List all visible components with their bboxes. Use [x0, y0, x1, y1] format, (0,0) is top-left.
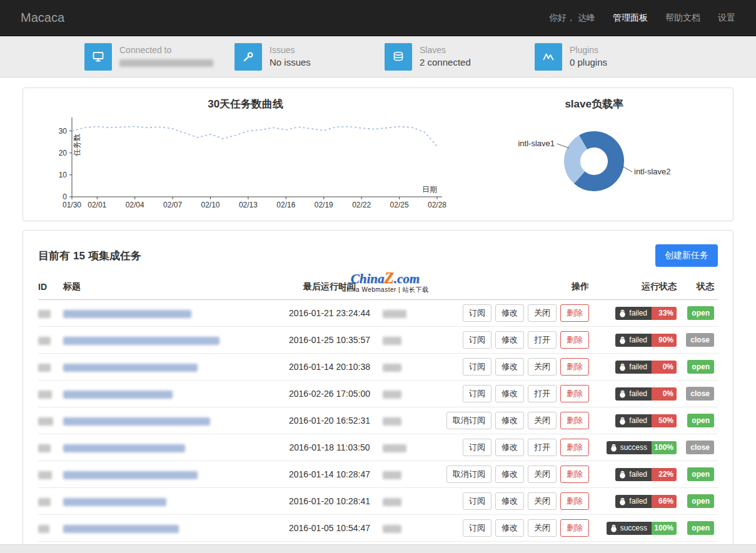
svg-text:02/19: 02/19 — [314, 201, 333, 209]
action-button[interactable]: 订阅 — [463, 519, 491, 537]
action-button[interactable]: 订阅 — [463, 385, 491, 402]
create-task-button[interactable]: 创建新任务 — [655, 244, 718, 267]
penguin-icon — [610, 444, 618, 452]
delete-button[interactable]: 删除 — [560, 304, 589, 322]
action-button[interactable]: 关闭 — [528, 358, 557, 376]
task-last-run-time: 2016-02-26 17:05:00 — [276, 381, 383, 407]
run-status-label: failed — [629, 387, 647, 401]
action-button[interactable]: 修改 — [495, 519, 524, 537]
task-last-run-time: 2016-01-20 10:28:41 — [276, 488, 383, 515]
status-item-slaves: Slaves 2 connected — [385, 43, 535, 71]
action-button[interactable]: 修改 — [495, 304, 524, 322]
svg-text:02/01: 02/01 — [88, 201, 106, 209]
task-title-redacted[interactable] — [63, 471, 198, 479]
run-status-badge: failed 0% — [615, 387, 677, 401]
task-title-redacted[interactable] — [63, 525, 179, 533]
run-status-percent: 50% — [652, 414, 677, 427]
task-title-redacted[interactable] — [63, 498, 166, 506]
action-button[interactable]: 关闭 — [528, 304, 557, 322]
table-header-row: ID 标题 最后运行时间 操作 运行状态 状态 — [38, 276, 718, 300]
delete-button[interactable]: 删除 — [560, 358, 589, 376]
action-button[interactable]: 关闭 — [528, 412, 557, 429]
svg-text:02/16: 02/16 — [276, 201, 295, 209]
status-badge[interactable]: open — [687, 306, 714, 320]
action-button[interactable]: 修改 — [495, 358, 524, 376]
action-button[interactable]: 修改 — [495, 492, 524, 510]
run-status-badge: failed 0% — [615, 361, 677, 374]
delete-button[interactable]: 删除 — [560, 492, 589, 510]
table-row: 2016-01-20 16:52:31 取消订阅修改关闭删除 failed 50… — [38, 407, 718, 434]
status-badge[interactable]: open — [687, 360, 714, 374]
delete-button[interactable]: 删除 — [560, 412, 589, 429]
action-button[interactable]: 打开 — [528, 331, 557, 349]
status-value: 0 plugins — [570, 56, 607, 69]
run-status-badge: failed 50% — [615, 414, 677, 427]
task-trend-panel: 30天任务数曲线 010203001/3002/0102/0402/0702/1… — [29, 96, 461, 218]
table-row: 2016-02-26 17:05:00 订阅修改打开删除 failed 0% c — [38, 381, 718, 407]
penguin-icon — [618, 390, 627, 398]
status-badge[interactable]: close — [686, 333, 714, 347]
action-button[interactable]: 订阅 — [463, 439, 491, 456]
connected-host-redacted — [119, 59, 213, 67]
task-title-redacted[interactable] — [63, 444, 185, 452]
run-status-percent: 22% — [652, 468, 677, 481]
action-button[interactable]: 订阅 — [463, 492, 491, 510]
action-button[interactable]: 打开 — [528, 439, 557, 456]
action-button[interactable]: 打开 — [528, 385, 557, 402]
action-button[interactable]: 关闭 — [528, 519, 557, 537]
action-button[interactable]: 修改 — [495, 331, 524, 349]
status-badge[interactable]: open — [687, 521, 714, 535]
delete-button[interactable]: 删除 — [560, 466, 589, 483]
delete-button[interactable]: 删除 — [560, 331, 589, 349]
svg-text:02/04: 02/04 — [125, 201, 144, 209]
action-button[interactable]: 关闭 — [528, 492, 557, 510]
task-id-redacted — [38, 498, 51, 506]
task-title-redacted[interactable] — [63, 391, 173, 399]
delete-button[interactable]: 删除 — [560, 519, 589, 537]
run-status-percent: 90% — [652, 334, 677, 347]
brand-logo[interactable]: Macaca — [21, 11, 64, 25]
task-actions: 订阅修改打开删除 — [426, 434, 589, 461]
task-title-redacted[interactable] — [63, 337, 219, 345]
action-button[interactable]: 修改 — [495, 412, 524, 429]
run-status-percent: 100% — [652, 522, 677, 535]
status-badge[interactable]: open — [687, 414, 714, 427]
action-button[interactable]: 订阅 — [463, 331, 491, 349]
wrench-icon — [234, 43, 262, 71]
svg-text:30: 30 — [58, 127, 67, 136]
col-run-status: 运行状态 — [589, 276, 677, 300]
status-badge[interactable]: close — [686, 387, 714, 401]
nav-link-settings[interactable]: 设置 — [718, 12, 735, 24]
action-button[interactable]: 取消订阅 — [446, 412, 491, 429]
action-button[interactable]: 修改 — [495, 385, 524, 402]
nav-link-admin-panel[interactable]: 管理面板 — [613, 12, 648, 24]
status-badge[interactable]: open — [687, 467, 714, 481]
task-actions: 取消订阅修改关闭删除 — [426, 407, 589, 434]
top-navbar: Macaca 你好， 达峰 管理面板 帮助文档 设置 — [0, 0, 756, 36]
run-status-badge: failed 22% — [615, 468, 677, 481]
action-button[interactable]: 修改 — [495, 466, 524, 483]
penguin-icon — [618, 497, 627, 506]
task-title-redacted[interactable] — [63, 364, 198, 372]
action-button[interactable]: 关闭 — [528, 466, 557, 483]
svg-text:10: 10 — [58, 171, 67, 179]
status-value: 2 connected — [420, 56, 471, 69]
run-status-percent: 0% — [652, 361, 677, 374]
action-button[interactable]: 修改 — [495, 439, 524, 456]
task-title-redacted[interactable] — [63, 310, 191, 318]
task-title-redacted[interactable] — [63, 417, 210, 426]
table-row: 2016-01-20 10:28:41 订阅修改关闭删除 failed 66% — [38, 488, 718, 515]
status-badge[interactable]: close — [686, 441, 714, 454]
svg-text:02/28: 02/28 — [428, 201, 446, 209]
nav-link-help-docs[interactable]: 帮助文档 — [665, 12, 700, 24]
action-button[interactable]: 取消订阅 — [446, 466, 491, 483]
penguin-icon — [618, 417, 627, 425]
action-button[interactable]: 订阅 — [463, 358, 491, 376]
delete-button[interactable]: 删除 — [560, 385, 589, 402]
svg-text:0: 0 — [63, 192, 67, 201]
task-id-redacted — [38, 417, 53, 426]
navbar-links: 你好， 达峰 管理面板 帮助文档 设置 — [549, 12, 735, 24]
status-badge[interactable]: open — [687, 494, 714, 508]
delete-button[interactable]: 删除 — [560, 439, 589, 456]
action-button[interactable]: 订阅 — [463, 304, 491, 322]
